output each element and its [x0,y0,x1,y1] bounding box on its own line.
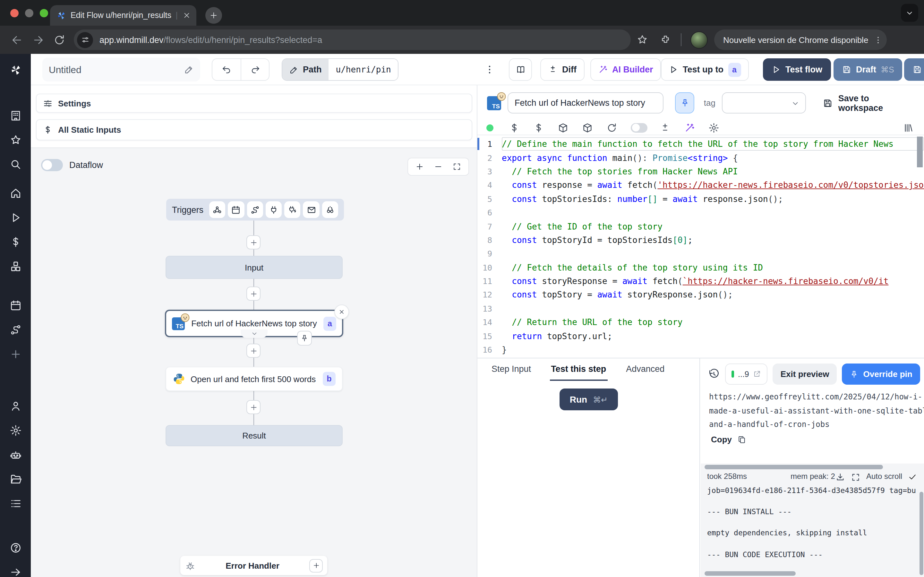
sidebar-folder-icon[interactable] [9,473,21,485]
resources-dollar-icon[interactable] [533,122,544,133]
triggers-node[interactable]: Triggers [166,199,344,221]
log-output[interactable]: job=019634fd-e186-211f-5364-d3e4385d57f9… [707,485,916,571]
result-node[interactable]: Result [166,425,342,446]
job-badge[interactable]: ...9 [725,364,768,385]
trigger-webhook-button[interactable] [209,201,226,218]
sidebar-help-icon[interactable] [9,542,21,554]
add-step-button[interactable] [246,287,260,301]
tag-select[interactable] [722,92,806,113]
editor-settings-gear-icon[interactable] [708,122,719,133]
flow-name-input[interactable]: Untitled [42,58,200,81]
site-settings-button[interactable] [77,32,93,48]
address-bar[interactable]: app.windmill.dev/flows/edit/u/henri/pin_… [74,29,631,50]
dataflow-toggle[interactable] [41,159,63,171]
code-line-9[interactable]: 9 [477,247,924,261]
result-url-text[interactable]: https://www.geoffreylitt.com/2025/04/12/… [709,390,918,432]
input-node[interactable]: Input [166,256,342,279]
profile-avatar[interactable] [690,31,708,48]
code-line-3[interactable]: 3 // Fetch the top stories from Hacker N… [477,165,924,179]
add-step-button[interactable] [246,343,260,358]
reload-icon[interactable] [53,34,65,46]
variables-dollar-icon[interactable] [509,122,520,133]
history-icon[interactable] [708,368,720,380]
tab-search-chevron-button[interactable] [901,4,918,22]
zoom-out-icon[interactable] [434,162,443,171]
code-line-14[interactable]: 14 // Return the URL of the top story [477,316,924,329]
sidebar-calendar-icon[interactable] [9,300,21,311]
reload-icon[interactable] [606,122,617,133]
add-step-button[interactable] [246,400,260,414]
deploy-button[interactable]: Deploy [904,58,924,81]
pinned-step-badge[interactable] [297,331,312,346]
fullscreen-icon[interactable] [452,162,461,171]
external-link-icon[interactable] [753,370,761,378]
sidebar-arrow-right-icon[interactable] [9,566,21,577]
save-to-workspace-button[interactable]: Save to workspace [823,93,914,113]
sidebar-robot-icon[interactable] [9,449,21,461]
trigger-mail-button[interactable] [303,201,320,218]
step-name-input[interactable]: Fetch url of HackerNews top story [507,92,664,113]
docs-button[interactable] [509,58,532,81]
run-button[interactable]: Run ⌘↵ [559,388,618,410]
editor-scrollbar[interactable] [917,137,923,167]
windmill-logo[interactable] [9,64,21,76]
close-tab-icon[interactable] [182,11,191,20]
more-options-icon[interactable] [484,61,495,77]
pin-step-button[interactable] [675,92,694,113]
sidebar-dollar-icon[interactable] [9,236,21,248]
autoscroll-label[interactable]: Auto scroll [866,472,902,481]
zoom-window-button[interactable] [40,9,48,17]
sidebar-star-icon[interactable] [9,134,21,146]
close-window-button[interactable] [10,9,19,17]
step-b-node[interactable]: Open url and fetch first 500 words of ..… [166,367,342,391]
log-vertical-scrollbar[interactable] [919,492,923,575]
code-line-11[interactable]: 11 const storyResponse = await fetch(`ht… [477,274,924,288]
add-step-button[interactable] [246,235,260,250]
download-log-icon[interactable] [835,472,845,482]
code-editor[interactable]: 1// Define the main function to fetch th… [477,135,924,358]
error-handler-node[interactable]: Error Handler [180,556,327,575]
code-line-1[interactable]: 1// Define the main function to fetch th… [477,137,924,151]
tab-test-this-step[interactable]: Test this step [549,358,607,381]
sidebar-gear-icon[interactable] [9,424,21,437]
tab-step-input[interactable]: Step Input [490,358,532,381]
code-line-7[interactable]: 7 // Get the ID of the top story [477,219,924,234]
plus-minus-icon[interactable] [660,122,670,133]
sidebar-play-icon[interactable] [9,211,21,224]
window-controls[interactable] [10,9,48,17]
remove-step-button[interactable] [334,305,349,319]
draft-button[interactable]: Draft⌘S [834,58,903,81]
test-up-to-button[interactable]: Test up toa [661,58,748,81]
sidebar-route-icon[interactable] [9,324,21,336]
sidebar-search-icon[interactable] [9,158,21,171]
sidebar-cubes-icon[interactable] [9,260,21,272]
sidebar-building-icon[interactable] [9,110,21,122]
expand-log-icon[interactable] [851,472,861,482]
ai-wand-icon[interactable] [684,122,695,133]
code-line-2[interactable]: 2export async function main(): Promise<s… [477,151,924,165]
code-line-6[interactable]: 6 [477,206,924,219]
browser-tab[interactable]: Edit Flow u/henri/pin_results | [50,5,196,26]
chrome-update-button[interactable]: Nouvelle version de Chrome disponible [714,29,887,50]
path-button[interactable]: Path u/henri/pin [282,58,399,81]
minimize-window-button[interactable] [25,9,33,17]
settings-row[interactable]: Settings [36,93,472,113]
package-icon[interactable] [582,122,593,133]
code-line-13[interactable]: 13 [477,301,924,316]
test-flow-button[interactable]: Test flow [763,58,830,81]
ai-builder-button[interactable]: AI Builder [590,58,661,81]
code-line-8[interactable]: 8 const topStoryId = topStoriesIds[0]; [477,233,924,247]
back-icon[interactable] [11,34,23,46]
sidebar-plus-icon[interactable] [9,348,21,360]
browser-menu-icon[interactable] [873,35,883,45]
pencil-icon[interactable] [184,65,194,74]
copy-button[interactable]: Copy [711,435,746,444]
code-line-16[interactable]: 16} [477,343,924,357]
override-pin-button[interactable]: Override pin [842,364,920,385]
trigger-plug-zap-button[interactable] [284,201,300,218]
code-line-5[interactable]: 5 const topStoriesIds: number[] = await … [477,192,924,206]
extensions-icon[interactable] [660,34,671,45]
sidebar-user-icon[interactable] [9,400,21,412]
zoom-in-icon[interactable] [415,162,424,171]
trigger-watch-button[interactable] [322,201,338,218]
